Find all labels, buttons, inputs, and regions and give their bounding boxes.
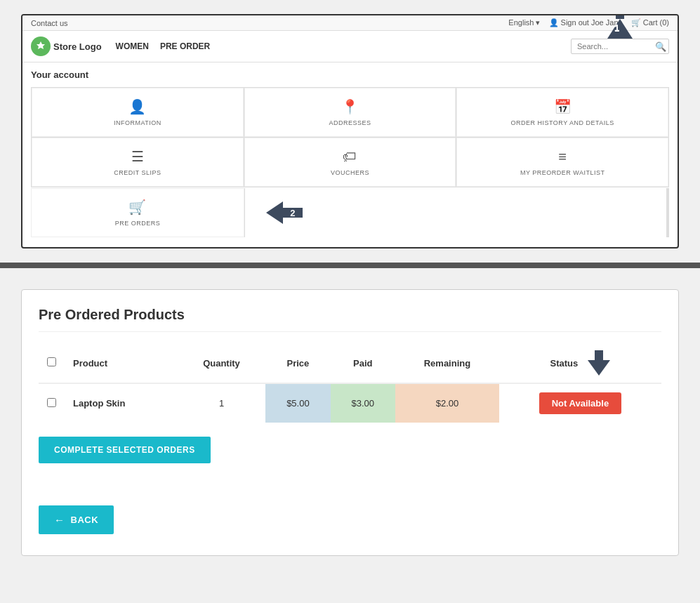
search-input[interactable] xyxy=(571,39,669,54)
arrow-shaft-down xyxy=(595,350,603,360)
account-bottom-row: 🛒 PRE ORDERS 2 xyxy=(31,188,669,237)
person-icon: 👤 xyxy=(549,18,559,27)
search-button[interactable]: 🔍 xyxy=(655,41,666,52)
back-button[interactable]: ← BACK xyxy=(39,505,114,534)
header-bar: Contact us English ▾ 👤 Sign out Joe Jane… xyxy=(22,15,678,31)
store-frame: Contact us English ▾ 👤 Sign out Joe Jane… xyxy=(21,14,679,249)
row-checkbox[interactable] xyxy=(47,398,56,407)
orders-frame: Pre Ordered Products Product Quantity Pr… xyxy=(21,289,679,556)
waitlist-label: MY PREORDER WAITLIST xyxy=(520,169,605,176)
addresses-label: ADDRESSES xyxy=(329,119,371,126)
row-status: Not Available xyxy=(499,383,661,423)
th-status: Status xyxy=(499,343,661,383)
account-item-order-history[interactable]: 📅 ORDER HISTORY AND DETAILS xyxy=(456,88,668,137)
orders-table: Product Quantity Price Paid Remaining xyxy=(39,343,661,423)
vouchers-label: VOUCHERS xyxy=(331,169,369,176)
nav-bar: Store Logo WOMEN PRE ORDER 1 🔍 xyxy=(22,31,678,62)
search-bar-wrapper: 1 🔍 xyxy=(571,39,669,54)
account-item-pre-orders[interactable]: 🛒 PRE ORDERS xyxy=(31,188,244,237)
th-remaining: Remaining xyxy=(395,343,499,383)
pre-orders-icon: 🛒 xyxy=(128,199,146,216)
information-icon: 👤 xyxy=(128,98,146,115)
order-history-label: ORDER HISTORY AND DETAILS xyxy=(510,119,614,126)
top-section: Contact us English ▾ 👤 Sign out Joe Jane… xyxy=(0,0,700,263)
nav-links: WOMEN PRE ORDER xyxy=(116,41,211,51)
back-wrapper: ← BACK xyxy=(39,498,661,534)
account-section: Your account 👤 INFORMATION 📍 ADDRESSES 📅… xyxy=(22,62,678,247)
language-selector[interactable]: English ▾ xyxy=(508,18,540,27)
row-paid: $3.00 xyxy=(331,383,395,423)
select-all-checkbox[interactable] xyxy=(47,357,56,366)
waitlist-icon: ≡ xyxy=(558,149,567,165)
credit-slips-icon: ☰ xyxy=(131,148,144,165)
header-bar-right: English ▾ 👤 Sign out Joe Jane 🛒 Cart (0) xyxy=(508,18,669,27)
account-item-information[interactable]: 👤 INFORMATION xyxy=(32,88,244,137)
not-available-button[interactable]: Not Available xyxy=(539,392,621,414)
complete-orders-wrapper: COMPLETE SELECTED ORDERS xyxy=(39,437,661,477)
th-paid: Paid xyxy=(331,343,395,383)
arrow-left-head xyxy=(266,201,283,224)
complete-selected-orders-button[interactable]: COMPLETE SELECTED ORDERS xyxy=(39,437,211,463)
annotation-arrow-1-shaft xyxy=(616,14,624,19)
vouchers-icon: 🏷 xyxy=(343,149,357,165)
th-quantity: Quantity xyxy=(178,343,265,383)
store-logo[interactable]: Store Logo xyxy=(31,37,102,56)
row-price: $5.00 xyxy=(265,383,330,423)
information-label: INFORMATION xyxy=(114,119,161,126)
addresses-icon: 📍 xyxy=(341,98,359,115)
contact-text: Contact us xyxy=(31,19,68,27)
th-product: Product xyxy=(65,343,178,383)
divider-bar xyxy=(0,263,700,268)
row-checkbox-cell xyxy=(39,383,65,423)
th-price: Price xyxy=(265,343,330,383)
logo-icon xyxy=(31,37,51,56)
nav-preorder[interactable]: PRE ORDER xyxy=(160,41,210,51)
nav-women[interactable]: WOMEN xyxy=(116,41,149,51)
logo-text: Store Logo xyxy=(53,41,102,52)
table-row: Laptop Skin 1 $5.00 $3.00 $2.00 Not Avai… xyxy=(39,383,661,423)
credit-slips-label: CREDIT SLIPS xyxy=(114,169,161,176)
row-remaining: $2.00 xyxy=(395,383,499,423)
arrow-left-shaft: 2 xyxy=(283,208,303,218)
arrow-down-head xyxy=(588,360,610,376)
account-item-waitlist[interactable]: ≡ MY PREORDER WAITLIST xyxy=(456,138,668,187)
annotation-arrow-1-head: 1 xyxy=(607,19,633,39)
annotation-arrow-3 xyxy=(588,350,610,376)
cart-link[interactable]: 🛒 Cart (0) xyxy=(631,18,669,27)
annotation-arrow-2: 2 xyxy=(266,201,303,224)
account-item-vouchers[interactable]: 🏷 VOUCHERS xyxy=(244,138,456,187)
account-title: Your account xyxy=(31,69,669,80)
th-checkbox xyxy=(39,343,65,383)
section-title: Pre Ordered Products xyxy=(39,307,661,332)
row-product: Laptop Skin xyxy=(65,383,178,423)
pre-orders-label: PRE ORDERS xyxy=(115,220,161,227)
annotation-2-wrapper: 2 xyxy=(245,188,666,237)
table-header-row: Product Quantity Price Paid Remaining xyxy=(39,343,661,383)
back-arrow-icon: ← xyxy=(54,514,65,526)
bottom-section: Pre Ordered Products Product Quantity Pr… xyxy=(0,268,700,577)
account-item-credit-slips[interactable]: ☰ CREDIT SLIPS xyxy=(32,138,244,187)
row-quantity: 1 xyxy=(178,383,265,423)
order-history-icon: 📅 xyxy=(554,98,572,115)
account-item-addresses[interactable]: 📍 ADDRESSES xyxy=(244,88,456,137)
account-grid: 👤 INFORMATION 📍 ADDRESSES 📅 ORDER HISTOR… xyxy=(31,87,669,187)
